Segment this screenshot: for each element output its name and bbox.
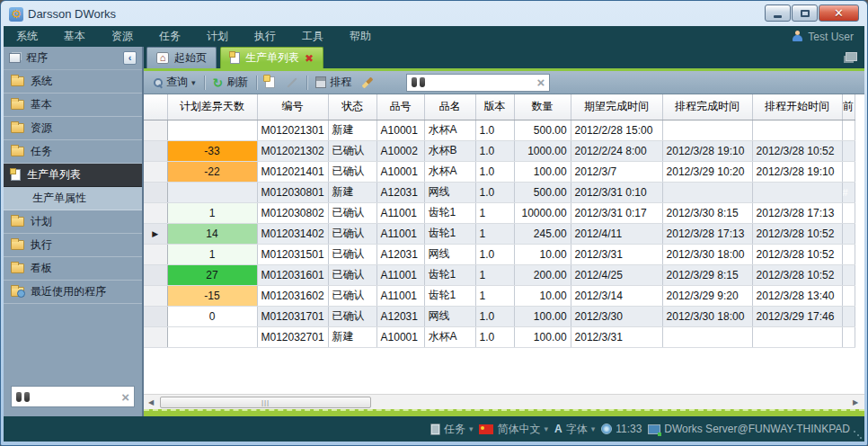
table-cell[interactable] (842, 140, 855, 161)
table-cell[interactable]: A12031 (376, 244, 424, 264)
table-cell[interactable]: 2012/3/31 (571, 244, 662, 264)
table-cell[interactable]: 齿轮1 (424, 202, 475, 223)
sidebar-item[interactable]: 任务 (4, 140, 142, 164)
column-header[interactable]: 计划差异天数 (167, 94, 257, 120)
minimize-button[interactable] (765, 4, 791, 22)
sidebar-item[interactable]: 生产单属性 (4, 187, 142, 210)
statusbar-language[interactable]: 简体中文 ▾ (479, 422, 548, 437)
column-header[interactable]: 数量 (514, 94, 571, 120)
toolbar-search-clear-icon[interactable]: × (537, 76, 545, 89)
table-cell[interactable]: 2012/4/25 (571, 264, 662, 285)
scrollbar-thumb[interactable]: ||| (160, 397, 371, 408)
table-row[interactable]: ▶14M012031402已确认A11001齿轮11245.002012/4/1… (144, 223, 855, 244)
table-cell[interactable] (842, 326, 855, 347)
user-area[interactable]: Test User (792, 26, 854, 47)
table-cell[interactable]: M012031501 (257, 244, 328, 264)
table-cell[interactable]: M012031602 (257, 285, 328, 306)
table-cell[interactable]: 2012/3/30 18:00 (662, 306, 752, 326)
statusbar-task[interactable]: 任务 ▾ (430, 422, 474, 437)
table-cell[interactable]: 2012/3/28 17:13 (662, 223, 752, 244)
table-cell[interactable]: A10001 (376, 161, 424, 182)
table-cell[interactable]: 14 (167, 223, 257, 244)
row-selector[interactable] (144, 326, 167, 347)
table-cell[interactable]: 10000.00 (514, 202, 571, 223)
table-cell[interactable]: -15 (167, 285, 257, 306)
table-cell[interactable]: 2012/3/31 (571, 326, 662, 347)
tab-close-icon[interactable]: ✖ (305, 53, 314, 64)
menu-item[interactable]: 资源 (111, 29, 133, 44)
table-cell[interactable]: -33 (167, 140, 257, 161)
table-cell[interactable]: 0 (167, 306, 257, 326)
clean-button[interactable] (359, 75, 376, 91)
schedule-button[interactable]: 排程 (313, 73, 354, 92)
table-cell[interactable]: M012030801 (257, 182, 328, 202)
menu-item[interactable]: 帮助 (350, 29, 371, 44)
table-row[interactable]: M012021301新建A10001水杯A1.0500.002012/2/28 … (144, 120, 855, 140)
menu-item[interactable]: 系统 (16, 29, 38, 44)
table-cell[interactable]: 2012/3/30 8:15 (662, 202, 752, 223)
table-cell[interactable]: 1.0 (475, 120, 514, 140)
table-cell[interactable]: 水杯B (424, 140, 475, 161)
table-cell[interactable] (752, 120, 842, 140)
new-button[interactable] (262, 75, 278, 90)
sidebar-collapse-button[interactable]: ‹ (123, 51, 137, 65)
table-cell[interactable]: 已确认 (328, 140, 376, 161)
table-row[interactable]: 1M012030802已确认A11001齿轮1110000.002012/3/3… (144, 202, 855, 223)
row-selector[interactable] (144, 182, 167, 202)
edit-button[interactable] (283, 80, 301, 85)
table-cell[interactable]: 1.0 (475, 161, 514, 182)
table-cell[interactable]: 2012/3/28 19:10 (662, 140, 752, 161)
table-cell[interactable] (752, 182, 842, 202)
table-cell[interactable]: 已确认 (328, 244, 376, 264)
table-cell[interactable]: M012021302 (257, 140, 328, 161)
table-cell[interactable]: 2012/3/28 10:52 (752, 244, 842, 264)
table-cell[interactable]: 1.0 (475, 140, 514, 161)
table-cell[interactable]: 2012/3/31 0:10 (571, 182, 662, 202)
table-cell[interactable] (752, 326, 842, 347)
scroll-right-icon[interactable]: ▶ (848, 398, 863, 406)
table-row[interactable]: -33M012021302已确认A10002水杯B1.01000.002012/… (144, 140, 855, 161)
sidebar-item[interactable]: 最近使用的程序 (4, 281, 142, 304)
table-cell[interactable]: 2012/3/29 9:20 (662, 285, 752, 306)
table-cell[interactable]: # (842, 182, 855, 202)
table-cell[interactable] (662, 120, 752, 140)
table-cell[interactable]: 1 (475, 285, 514, 306)
table-cell[interactable] (842, 264, 855, 285)
resize-grip[interactable] (853, 430, 862, 439)
menu-item[interactable]: 基本 (64, 29, 85, 44)
table-cell[interactable]: M012031701 (257, 306, 328, 326)
table-cell[interactable]: 2012/4/11 (571, 223, 662, 244)
row-selector[interactable] (144, 202, 167, 223)
statusbar-font[interactable]: A 字体 ▾ (554, 422, 595, 437)
row-selector[interactable] (144, 140, 167, 161)
table-cell[interactable]: 已确认 (328, 306, 376, 326)
table-row[interactable]: -15M012031602已确认A11001齿轮1110.002012/3/14… (144, 285, 855, 306)
table-cell[interactable]: 2012/3/29 10:20 (662, 161, 752, 182)
table-cell[interactable]: 2012/3/29 8:15 (662, 264, 752, 285)
table-cell[interactable] (842, 244, 855, 264)
row-selector[interactable] (144, 264, 167, 285)
column-header[interactable]: 品名 (424, 94, 475, 120)
table-cell[interactable]: M012021401 (257, 161, 328, 182)
row-selector[interactable] (144, 161, 167, 182)
table-cell[interactable]: 2012/3/28 10:52 (752, 140, 842, 161)
table-cell[interactable] (842, 306, 855, 326)
table-cell[interactable]: 1.0 (475, 182, 514, 202)
table-row[interactable]: M012030801新建A12031网线1.0500.002012/3/31 0… (144, 182, 855, 202)
table-cell[interactable]: 2012/3/28 10:52 (752, 264, 842, 285)
table-cell[interactable]: 1 (475, 202, 514, 223)
table-cell[interactable] (167, 120, 257, 140)
current-row-marker[interactable]: ▶ (144, 223, 167, 244)
table-cell[interactable]: 网线 (424, 182, 475, 202)
refresh-button[interactable]: ↻ 刷新 (210, 73, 252, 92)
table-cell[interactable]: 2012/3/28 10:52 (752, 223, 842, 244)
table-cell[interactable] (167, 182, 257, 202)
table-cell[interactable]: A11001 (376, 285, 424, 306)
table-cell[interactable]: 500.00 (514, 120, 571, 140)
table-cell[interactable]: A12031 (376, 306, 424, 326)
table-cell[interactable]: 齿轮1 (424, 223, 475, 244)
column-header[interactable]: 排程开始时间 (752, 94, 842, 120)
table-cell[interactable]: 齿轮1 (424, 264, 475, 285)
table-cell[interactable]: A12031 (376, 182, 424, 202)
row-selector[interactable] (144, 244, 167, 264)
